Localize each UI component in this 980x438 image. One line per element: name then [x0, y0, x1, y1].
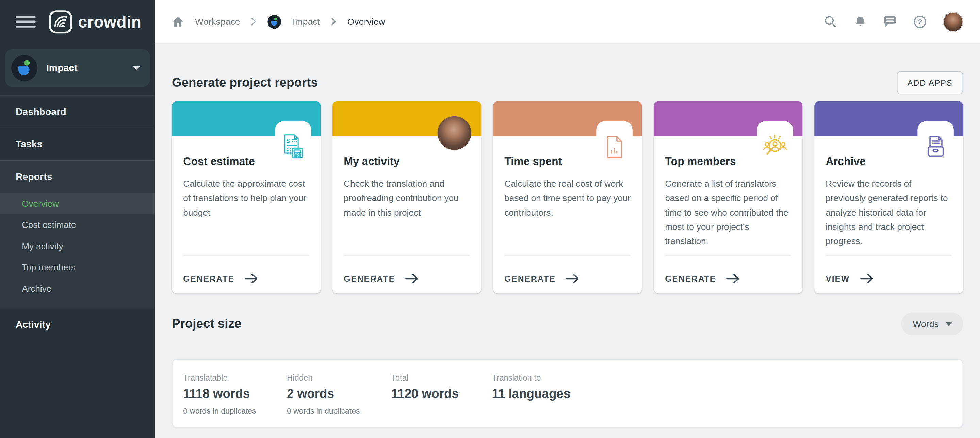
generate-link[interactable]: GENERATE	[183, 273, 258, 283]
add-apps-button[interactable]: ADD APPS	[897, 71, 963, 94]
card-icon-badge: $	[275, 121, 311, 151]
project-size-header: Project size Words	[172, 312, 963, 335]
chat-icon[interactable]	[883, 14, 897, 28]
stat-label: Translatable	[183, 373, 287, 382]
stat-note: 0 words in duplicates	[183, 407, 287, 416]
sidebar-item-dashboard[interactable]: Dashboard	[0, 95, 155, 127]
generate-link[interactable]: GENERATE	[344, 273, 418, 283]
crowdin-logo[interactable]: crowdin	[49, 10, 141, 34]
app-window: crowdin Impact Dashboard Tasks Reports	[0, 0, 980, 438]
card-my-activity: My activity Check the translation and pr…	[332, 102, 481, 294]
card-icon-badge	[596, 121, 633, 151]
stat-label: Total	[391, 373, 492, 382]
arrow-right-icon	[859, 273, 873, 283]
sidebar-subitem-top-members[interactable]: Top members	[0, 257, 155, 278]
crowdin-logo-icon	[49, 10, 73, 34]
sidebar-subitem-label: Cost estimate	[22, 220, 76, 230]
card-description: Calculate the approximate cost of transl…	[183, 177, 309, 220]
generate-label: GENERATE	[344, 274, 395, 283]
project-selector-label: Impact	[46, 63, 132, 74]
card-description: Calculate the real cost of work based on…	[504, 177, 630, 220]
reports-section-header: Generate project reports ADD APPS	[172, 71, 963, 94]
crowdin-wordmark: crowdin	[78, 12, 142, 32]
hamburger-menu-icon[interactable]	[16, 16, 36, 27]
generate-link[interactable]: GENERATE	[504, 273, 579, 283]
sidebar-subitem-label: Archive	[22, 284, 51, 294]
archive-box-icon	[924, 135, 948, 160]
project-avatar	[11, 55, 37, 81]
card-icon-badge	[917, 121, 954, 151]
page-title: Generate project reports	[172, 76, 318, 90]
sidebar-item-tasks[interactable]: Tasks	[0, 127, 155, 160]
generate-label: GENERATE	[665, 274, 716, 283]
view-link[interactable]: VIEW	[826, 273, 873, 283]
sidebar-item-label: Reports	[16, 171, 52, 182]
sidebar: crowdin Impact Dashboard Tasks Reports	[0, 0, 155, 438]
bell-icon[interactable]	[853, 14, 867, 28]
breadcrumb-workspace[interactable]: Workspace	[195, 17, 240, 27]
user-avatar[interactable]	[943, 11, 963, 32]
generate-label: GENERATE	[183, 274, 234, 283]
members-search-icon	[761, 134, 789, 160]
card-cost-estimate: $	[172, 102, 321, 294]
section-title: Project size	[172, 317, 241, 331]
divider	[183, 256, 309, 256]
chevron-right-icon	[331, 17, 336, 25]
breadcrumb-page: Overview	[347, 17, 385, 27]
main-content: Generate project reports ADD APPS $	[155, 44, 980, 438]
stat-translation-to: Translation to 11 languages	[492, 373, 571, 427]
card-archive: Archive Review the records of previously…	[814, 102, 963, 294]
report-cards-row: $	[172, 102, 963, 294]
sidebar-subitem-label: Overview	[22, 198, 59, 208]
stat-label: Translation to	[492, 373, 571, 382]
home-icon[interactable]	[172, 16, 184, 27]
breadcrumb: Workspace Impact Overview	[172, 14, 823, 28]
user-photo-avatar	[438, 116, 471, 150]
divider	[665, 256, 791, 256]
sidebar-subitem-label: Top members	[22, 262, 76, 272]
sidebar-item-reports[interactable]: Reports	[0, 160, 155, 193]
sidebar-item-label: Dashboard	[16, 106, 66, 117]
stat-value: 1118 words	[183, 387, 287, 401]
card-time-spent: Time spent Calculate the real cost of wo…	[493, 102, 642, 294]
sidebar-item-activity[interactable]: Activity	[0, 308, 155, 341]
svg-text:$: $	[286, 137, 290, 144]
sidebar-subitem-label: My activity	[22, 241, 63, 251]
sidebar-subitem-overview[interactable]: Overview	[0, 193, 155, 214]
topbar-actions: ?	[823, 11, 963, 32]
unit-selector[interactable]: Words	[901, 312, 963, 335]
svg-text:?: ?	[918, 17, 923, 26]
sidebar-nav: Dashboard Tasks Reports Overview Cost es…	[0, 95, 155, 340]
stat-value: 2 words	[287, 387, 391, 401]
card-top-members: Top members Generate a list of translato…	[654, 102, 802, 294]
sidebar-subitem-cost-estimate[interactable]: Cost estimate	[0, 214, 155, 235]
generate-link[interactable]: GENERATE	[665, 273, 740, 283]
topbar: Workspace Impact Overview	[155, 0, 980, 44]
invoice-calculator-icon: $	[282, 133, 305, 160]
divider	[826, 256, 952, 256]
stat-label: Hidden	[287, 373, 391, 382]
search-icon[interactable]	[823, 14, 837, 28]
project-selector[interactable]: Impact	[5, 49, 150, 87]
help-icon[interactable]: ?	[913, 14, 927, 28]
arrow-right-icon	[405, 273, 418, 283]
card-icon-badge	[757, 121, 793, 151]
generate-label: GENERATE	[504, 274, 556, 283]
arrow-right-icon	[566, 273, 579, 283]
project-size-stats: Translatable 1118 words 0 words in dupli…	[172, 359, 963, 428]
arrow-right-icon	[726, 273, 740, 283]
stat-hidden: Hidden 2 words 0 words in duplicates	[287, 373, 391, 427]
divider	[344, 256, 470, 256]
divider	[504, 256, 630, 256]
arrow-right-icon	[244, 273, 258, 283]
breadcrumb-project[interactable]: Impact	[293, 17, 320, 27]
card-description: Check the translation and proofreading c…	[344, 177, 470, 220]
card-description: Generate a list of translators based on …	[665, 177, 791, 249]
sidebar-item-label: Activity	[16, 319, 51, 330]
stat-value: 11 languages	[492, 387, 571, 401]
sidebar-subitem-archive[interactable]: Archive	[0, 278, 155, 299]
card-description: Review the records of previously generat…	[826, 177, 952, 249]
stat-value: 1120 words	[391, 387, 492, 401]
sidebar-subitem-my-activity[interactable]: My activity	[0, 235, 155, 256]
stat-translatable: Translatable 1118 words 0 words in dupli…	[183, 373, 287, 427]
